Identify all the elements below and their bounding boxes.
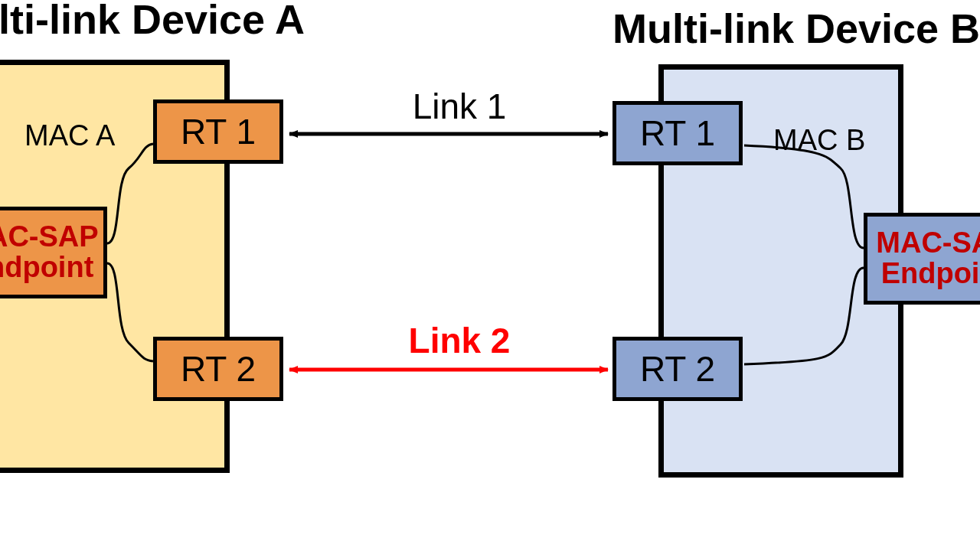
device-a-title: Multi-link Device A [0,0,337,43]
device-b-mac-label: MAC B [773,124,865,157]
device-b-endpoint-text: MAC-SAP Endpoint [876,228,980,289]
device-b-endpoint: MAC-SAP Endpoint [864,213,980,305]
device-a-mac-label: MAC A [24,119,115,152]
device-a-rt1: RT 1 [153,99,283,164]
device-a-rt2: RT 2 [153,337,283,401]
device-a-endpoint-text: MAC-SAP Endpoint [0,222,99,283]
device-a-endpoint: MAC-SAP Endpoint [0,207,107,298]
link2-label: Link 2 [390,320,528,361]
diagram-stage: Multi-link Device A Multi-link Device B … [0,0,980,551]
link1-label: Link 1 [390,86,528,127]
device-b-title: Multi-link Device B [612,5,980,52]
device-b-rt2: RT 2 [612,337,743,401]
device-b-rt1: RT 1 [612,101,743,165]
